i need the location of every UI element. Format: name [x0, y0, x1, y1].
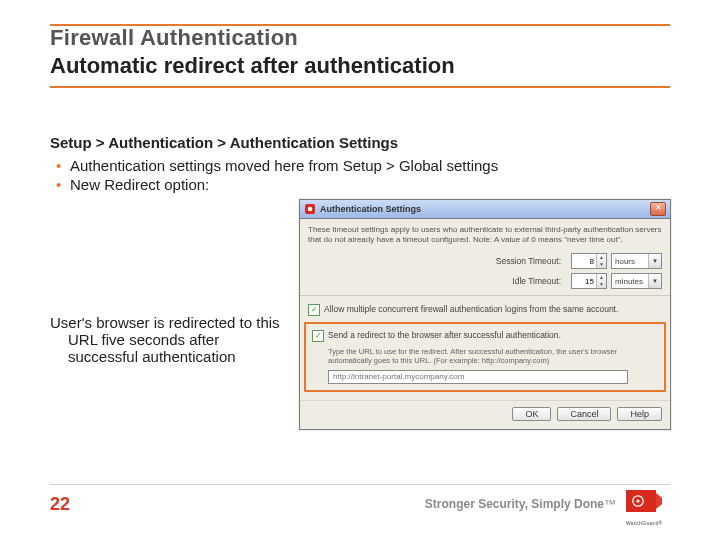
footer-divider	[50, 484, 670, 485]
allow-multiple-row[interactable]: ✓ Allow multiple concurrent firewall aut…	[308, 302, 662, 318]
svg-point-3	[636, 499, 639, 502]
dialog-body: These timeout settings apply to users wh…	[300, 219, 670, 400]
tagline-text: Stronger Security, Simply Done	[425, 497, 604, 511]
allow-multiple-label: Allow multiple concurrent firewall authe…	[324, 304, 618, 314]
divider	[300, 295, 670, 296]
dialog-description: These timeout settings apply to users wh…	[308, 225, 662, 245]
svg-point-1	[308, 207, 313, 212]
redirect-caption: User's browser is redirected to this URL…	[50, 314, 283, 365]
slide-title-line2: Automatic redirect after authentication	[50, 53, 670, 79]
close-icon[interactable]: ✕	[650, 202, 666, 216]
slide-footer: 22 Stronger Security, Simply Done™ Watch…	[50, 490, 670, 518]
idle-timeout-unit: minutes	[615, 277, 643, 286]
idle-timeout-row: Idle Timeout: ▲▼ minutes ▼	[308, 273, 662, 289]
dialog-icon	[304, 203, 316, 215]
auth-settings-dialog: Authentication Settings ✕ These timeout …	[299, 199, 671, 430]
session-timeout-spinner[interactable]: ▲▼	[571, 253, 607, 269]
body-row: User's browser is redirected to this URL…	[50, 199, 670, 430]
accent-rule-top	[50, 24, 670, 26]
trademark-symbol: ™	[604, 497, 616, 511]
help-button[interactable]: Help	[617, 407, 662, 421]
send-redirect-row[interactable]: ✓ Send a redirect to the browser after s…	[312, 328, 658, 344]
watchguard-logo: WatchGuard®	[626, 490, 670, 518]
cancel-button[interactable]: Cancel	[557, 407, 611, 421]
spinner-arrows-icon[interactable]: ▲▼	[596, 274, 606, 288]
chevron-down-icon[interactable]: ▼	[648, 274, 661, 288]
redirect-url-placeholder: http://intranet-portal.mycompany.com	[333, 372, 464, 381]
page-number: 22	[50, 494, 70, 515]
redirect-url-input[interactable]: http://intranet-portal.mycompany.com	[328, 370, 628, 384]
chevron-down-icon[interactable]: ▼	[648, 254, 661, 268]
session-timeout-row: Session Timeout: ▲▼ hours ▼	[308, 253, 662, 269]
tagline: Stronger Security, Simply Done™	[70, 497, 626, 511]
slide-content: Setup > Authentication > Authentication …	[50, 134, 670, 430]
session-timeout-value[interactable]	[572, 254, 596, 268]
checkbox-checked-icon[interactable]: ✓	[312, 330, 324, 342]
session-timeout-label: Session Timeout:	[308, 256, 567, 266]
redirect-highlight-box: ✓ Send a redirect to the browser after s…	[304, 322, 666, 392]
session-timeout-unit: hours	[615, 257, 635, 266]
idle-timeout-label: Idle Timeout:	[308, 276, 567, 286]
dialog-titlebar[interactable]: Authentication Settings ✕	[300, 200, 670, 219]
redirect-description: Type the URL to use for the redirect. Af…	[328, 347, 658, 366]
session-timeout-unit-select[interactable]: hours ▼	[611, 253, 662, 269]
bullet-item: Authentication settings moved here from …	[56, 157, 670, 174]
logo-badge-icon	[626, 490, 656, 512]
idle-timeout-unit-select[interactable]: minutes ▼	[611, 273, 662, 289]
idle-timeout-spinner[interactable]: ▲▼	[571, 273, 607, 289]
accent-rule-under-title	[50, 86, 670, 88]
logo-brand-text: WatchGuard®	[626, 520, 663, 526]
dialog-title: Authentication Settings	[320, 204, 421, 214]
breadcrumb: Setup > Authentication > Authentication …	[50, 134, 670, 151]
slide: Firewall Authentication Automatic redire…	[0, 0, 720, 540]
bullet-item: New Redirect option:	[56, 176, 670, 193]
spinner-arrows-icon[interactable]: ▲▼	[596, 254, 606, 268]
ok-button[interactable]: OK	[512, 407, 551, 421]
bullet-list: Authentication settings moved here from …	[56, 157, 670, 193]
idle-timeout-value[interactable]	[572, 274, 596, 288]
send-redirect-label: Send a redirect to the browser after suc…	[328, 330, 561, 340]
checkbox-checked-icon[interactable]: ✓	[308, 304, 320, 316]
dialog-button-bar: OK Cancel Help	[300, 400, 670, 429]
slide-title-line1: Firewall Authentication	[50, 25, 670, 51]
